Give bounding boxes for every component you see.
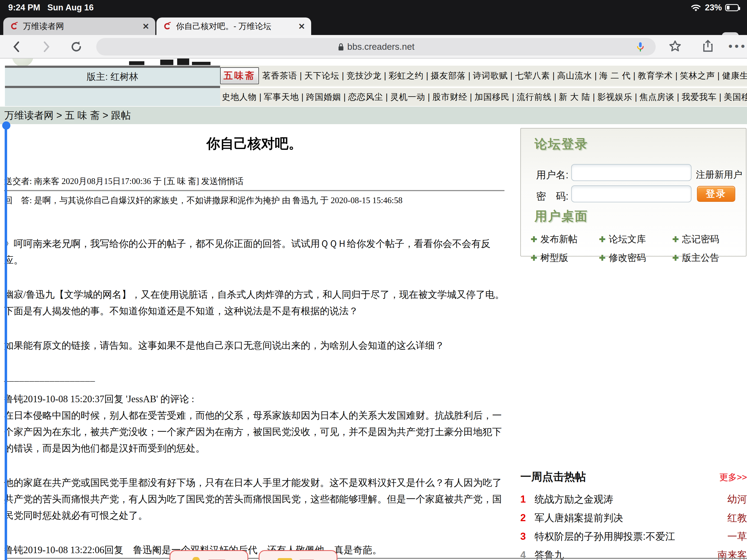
desktop-link[interactable]: ✚版主公告 <box>672 252 741 264</box>
desktop-link-label: 发布新帖 <box>540 233 577 246</box>
tab-close-icon[interactable]: ✕ <box>298 22 305 31</box>
board-links-row-1: 茗香茶语|天下论坛|竞技沙龙|彩虹之约|摄友部落|诗词歌赋|七荤八素|高山流水|… <box>262 70 747 81</box>
board-link[interactable]: 笑林之声 <box>680 71 715 80</box>
wifi-icon <box>690 3 702 12</box>
nav-separator: | <box>386 92 388 102</box>
board-link[interactable]: 高山流水 <box>557 71 592 80</box>
hot-post-author[interactable]: 红教 <box>727 511 747 525</box>
desktop-link[interactable]: ✚树型版 <box>531 252 599 264</box>
breadcrumb: 万维读者网 > 五 味 斋 > 跟帖 <box>0 107 747 124</box>
breadcrumb-text[interactable]: 万维读者网 > 五 味 斋 > 跟帖 <box>4 109 131 122</box>
plus-bullet-icon: ✚ <box>599 235 606 244</box>
nav-separator: | <box>470 92 472 102</box>
active-board-button[interactable]: 五味斋 <box>220 67 259 84</box>
board-link[interactable]: 海 二 代 <box>599 71 631 80</box>
board-link[interactable]: 我爱我车 <box>681 92 717 102</box>
board-link[interactable]: 美国移民 <box>724 92 747 102</box>
desktop-link-label: 忘记密码 <box>682 233 719 246</box>
nav-separator: | <box>719 92 721 102</box>
screen: 9:24 PM Sun Aug 16 23% 万维读者网 ✕ <box>0 0 747 560</box>
board-link[interactable]: 跨国婚姻 <box>306 92 341 102</box>
board-link[interactable]: 焦点房谈 <box>640 92 674 102</box>
nav-separator: | <box>300 71 302 80</box>
tab-close-icon[interactable]: ✕ <box>143 22 149 31</box>
voice-search-icon[interactable] <box>634 41 646 53</box>
url-text: bbs.creaders.net <box>347 42 414 52</box>
hot-post-title[interactable]: 军人唐娟案提前判决 <box>535 511 727 525</box>
tab-title: 你自己核对吧。- 万维论坛 <box>176 21 294 32</box>
nav-separator: | <box>554 92 556 102</box>
desktop-link-label: 论坛文库 <box>609 233 646 246</box>
post-title: 你自己核对吧。 <box>4 134 505 153</box>
bookmark-star-icon[interactable] <box>668 39 682 54</box>
nav-separator: | <box>301 92 304 102</box>
desktop-link[interactable]: ✚修改密码 <box>599 252 672 264</box>
board-link[interactable]: 诗词歌赋 <box>473 71 508 80</box>
post-paragraph: 幽寂/鲁迅九【文学城的网名】，又在使用说脏话，自杀式人肉炸弹的方式，和人同归于尽… <box>4 286 507 320</box>
nav-separator: | <box>718 71 720 80</box>
hot-post-item[interactable]: 3特权阶层的子孙用脚投票:不爱江一草 <box>520 527 747 546</box>
hot-post-title[interactable]: 特权阶层的子孙用脚投票:不爱江 <box>535 530 727 543</box>
selection-handle[interactable] <box>2 121 10 130</box>
board-link[interactable]: 股市财经 <box>432 92 467 102</box>
board-link[interactable]: 加国移民 <box>474 92 509 102</box>
nav-separator: | <box>342 71 344 80</box>
clipped-action-button-right[interactable] <box>259 550 337 560</box>
menu-dots-icon[interactable]: ••• <box>728 39 743 54</box>
hot-post-item[interactable]: 2军人唐娟案提前判决红教 <box>520 509 747 527</box>
quote-divider: __________________ <box>4 372 507 383</box>
board-link[interactable]: 摄友部落 <box>431 71 466 80</box>
hot-post-author[interactable]: 幼河 <box>727 493 747 506</box>
tab-active[interactable]: 你自己核对吧。- 万维论坛 ✕ <box>156 18 311 35</box>
hot-post-author[interactable]: 一草 <box>727 530 747 543</box>
forward-icon <box>40 40 53 54</box>
user-desktop-links: ✚发布新帖✚论坛文库✚忘记密码✚树型版✚修改密码✚版主公告 <box>531 233 741 264</box>
url-bar[interactable]: bbs.creaders.net <box>96 38 656 55</box>
board-links-row-2: 史地人物|军事天地|跨国婚姻|恋恋风尘|灵机一动|股市财经|加国移民|流行前线|… <box>222 91 747 103</box>
battery-icon <box>725 4 739 11</box>
hot-post-rank: 3 <box>520 531 535 542</box>
reply-line: 回 答: 是啊，与其说你自己自爆汉奸的家族史，不如讲撒尿和泥作为掩护 由 鲁迅九… <box>4 195 507 206</box>
reload-icon[interactable] <box>70 40 83 54</box>
board-link[interactable]: 茗香茶语 <box>262 71 297 80</box>
tab-strip: 万维读者网 ✕ 你自己核对吧。- 万维论坛 ✕ + 2 <box>0 15 747 35</box>
board-link[interactable]: 健康生活 <box>722 71 747 80</box>
board-link[interactable]: 新 大 陆 <box>559 92 590 102</box>
board-link[interactable]: 史地人物 <box>222 92 257 102</box>
nav-separator: | <box>343 92 345 102</box>
plus-bullet-icon: ✚ <box>672 253 679 262</box>
desktop-link[interactable]: ✚忘记密码 <box>672 233 741 246</box>
tab-title: 万维读者网 <box>23 21 138 32</box>
browser-toolbar: bbs.creaders.net ••• <box>0 35 747 58</box>
nav-separator: | <box>510 71 512 80</box>
desktop-link[interactable]: ✚发布新帖 <box>531 233 599 246</box>
board-link[interactable]: 竞技沙龙 <box>346 71 381 80</box>
back-icon[interactable] <box>10 40 24 54</box>
login-button[interactable]: 登录 <box>697 186 735 202</box>
board-link[interactable]: 七荤八素 <box>515 71 550 80</box>
register-link[interactable]: 注册新用户 <box>696 169 742 181</box>
username-input[interactable] <box>571 164 692 181</box>
share-icon[interactable] <box>700 39 715 54</box>
board-link[interactable]: 天下论坛 <box>304 71 339 80</box>
date: Sun Aug 16 <box>47 3 94 12</box>
tab-inactive[interactable]: 万维读者网 ✕ <box>3 18 155 35</box>
board-link[interactable]: 彩虹之约 <box>389 71 423 80</box>
nav-separator: | <box>384 71 386 80</box>
password-input[interactable] <box>571 185 692 202</box>
board-link[interactable]: 军事天地 <box>264 92 299 102</box>
nav-separator: | <box>426 71 428 80</box>
desktop-link-label: 修改密码 <box>609 252 646 264</box>
hot-post-title[interactable]: 统战方励之金观涛 <box>535 493 727 506</box>
board-link[interactable]: 流行前线 <box>516 92 551 102</box>
site-logo-fragment <box>12 58 33 66</box>
hot-post-item[interactable]: 1统战方励之金观涛幼河 <box>520 490 747 509</box>
desktop-link[interactable]: ✚论坛文库 <box>599 233 672 246</box>
clipped-action-button-left[interactable] <box>170 550 248 560</box>
board-link[interactable]: 恋恋风尘 <box>348 92 383 102</box>
board-link[interactable]: 影视娱乐 <box>597 92 633 102</box>
more-link[interactable]: 更多>> <box>719 469 747 484</box>
board-link[interactable]: 灵机一动 <box>390 92 425 102</box>
board-link[interactable]: 教育学术 <box>638 71 673 80</box>
battery-percent: 23% <box>705 3 722 12</box>
